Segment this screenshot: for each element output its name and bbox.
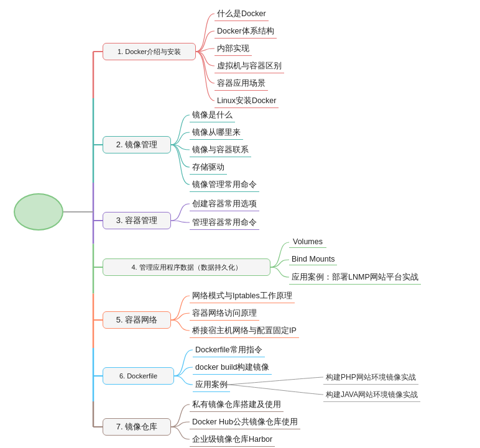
- sub2-node: 构建JAVA网站环境镜像实战: [323, 388, 420, 402]
- child-node: docker build构建镜像: [193, 361, 272, 375]
- child-node: 容器网络访问原理: [190, 307, 259, 321]
- child-node: 什么是Docker: [215, 7, 269, 21]
- child-node: 桥接宿主机网络与配置固定IP: [190, 324, 299, 338]
- child-node: 企业级镜像仓库Harbor: [190, 433, 275, 447]
- branch-node-6: 6. Dockerfile: [103, 367, 174, 385]
- root-node: [14, 193, 63, 231]
- child-node: 私有镜像仓库搭建及使用: [190, 398, 284, 412]
- branch-node-5: 5. 容器网络: [103, 311, 171, 329]
- child-node: 镜像与容器联系: [190, 144, 251, 157]
- child-node: Dockerfile常用指令: [193, 344, 265, 357]
- child-node: 创建容器常用选项: [190, 198, 259, 211]
- child-node: Docker体系结构: [215, 25, 277, 39]
- child-node: Linux安装Docker: [215, 94, 279, 108]
- child-node: 应用案例：部署LNMP网站平台实战: [289, 271, 421, 285]
- branch-node-1: 1. Docker介绍与安装: [103, 43, 196, 60]
- child-node: Bind Mounts: [289, 254, 337, 265]
- branch-node-7: 7. 镜像仓库: [103, 418, 171, 436]
- child-node: 容器应用场景: [215, 77, 268, 91]
- branch-node-3: 3. 容器管理: [103, 212, 171, 229]
- child-node: 虚拟机与容器区别: [215, 60, 284, 73]
- child-node: Docker Hub公共镜像仓库使用: [190, 416, 300, 429]
- branch-node-2: 2. 镜像管理: [103, 136, 171, 153]
- child-node: 网络模式与Iptables工作原理: [190, 290, 295, 303]
- child-node: 镜像管理常用命令: [190, 178, 259, 192]
- child-node: 镜像从哪里来: [190, 126, 243, 140]
- child-node: 内部实现: [215, 42, 252, 56]
- child-node: 管理容器常用命令: [190, 216, 259, 230]
- child-node: 应用案例: [193, 378, 230, 392]
- branch-node-4: 4. 管理应用程序数据（数据持久化）: [103, 258, 270, 276]
- child-node: Volumes: [289, 236, 326, 248]
- child-node: 镜像是什么: [190, 109, 235, 122]
- child-node: 存储驱动: [190, 161, 227, 175]
- mindmap: 1. Docker介绍与安装什么是DockerDocker体系结构内部实现虚拟机…: [0, 0, 480, 448]
- sub2-node: 构建PHP网站环境镜像实战: [323, 371, 418, 385]
